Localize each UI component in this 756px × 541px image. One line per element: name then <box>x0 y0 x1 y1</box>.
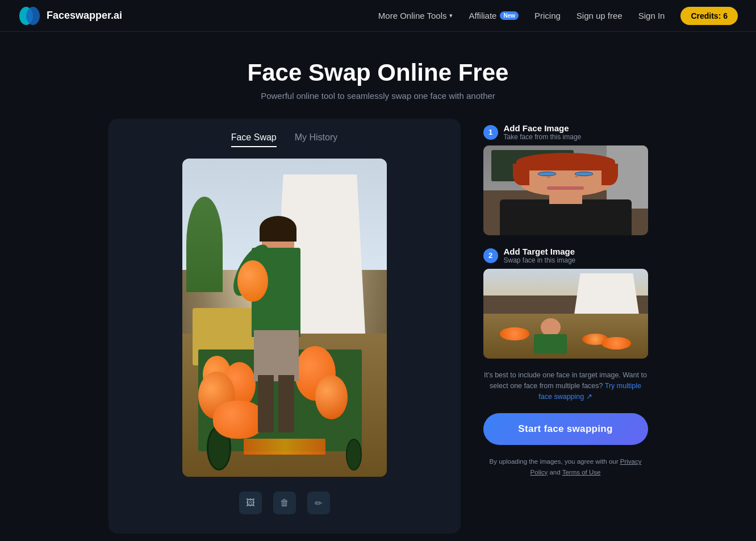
tab-face-swap[interactable]: Face Swap <box>231 132 277 147</box>
step-1-section: 1 Add Face Image Take face from this ima… <box>483 123 648 235</box>
terms-of-use-link[interactable]: Terms of Use <box>562 469 601 476</box>
face-hair-side-left <box>513 164 529 185</box>
face-body <box>500 199 632 235</box>
start-face-swapping-button[interactable]: Start face swapping <box>483 413 648 445</box>
freckle-2 <box>575 176 578 177</box>
tree-bg <box>186 197 223 292</box>
main-image-container <box>182 159 387 477</box>
page-subtitle: Powerful online tool to seamlessly swap … <box>0 91 756 101</box>
page-title: Face Swap Online Free <box>0 59 756 86</box>
person-hair <box>260 216 296 242</box>
face-image-box[interactable] <box>483 145 648 235</box>
target-preview <box>182 159 387 477</box>
main-content: Face Swap My History <box>0 119 756 534</box>
target-image-box[interactable] <box>483 269 648 359</box>
step-1-badge: 1 <box>483 125 498 140</box>
logo[interactable]: Faceswapper.ai <box>18 5 122 27</box>
step-2-section: 2 Add Target Image Swap face in this ima… <box>483 247 648 359</box>
more-tools-link[interactable]: More Online Tools ▾ <box>378 11 453 20</box>
face-hair <box>516 153 615 171</box>
target-person-body <box>534 334 567 354</box>
target-tent <box>574 273 640 318</box>
affiliate-link[interactable]: Affiliate New <box>469 11 518 20</box>
pricing-link[interactable]: Pricing <box>534 11 561 20</box>
person-leg-left <box>258 375 274 432</box>
target-image-preview <box>483 269 648 359</box>
step-2-title: Add Target Image <box>504 247 576 256</box>
trash-icon: 🗑 <box>280 498 289 508</box>
freckle-1 <box>547 177 550 178</box>
person-skirt <box>254 330 299 381</box>
brand-name: Faceswapper.ai <box>47 10 122 22</box>
face-hair-side-right <box>602 164 618 185</box>
upload-image-button[interactable]: 🖼 <box>239 492 262 514</box>
signin-link[interactable]: Sign In <box>638 11 665 20</box>
step-2-header: 2 Add Target Image Swap face in this ima… <box>483 247 648 264</box>
face-eye-right <box>575 172 593 176</box>
target-person-head <box>541 318 561 336</box>
hero-section: Face Swap Online Free Powerful online to… <box>0 32 756 119</box>
tab-bar: Face Swap My History <box>122 132 447 147</box>
edit-image-button[interactable]: ✏ <box>307 492 330 514</box>
image-icon: 🖼 <box>246 498 255 508</box>
tab-my-history[interactable]: My History <box>295 132 338 147</box>
navbar: Faceswapper.ai More Online Tools ▾ Affil… <box>0 0 756 32</box>
credits-button[interactable]: Credits: 6 <box>680 7 738 25</box>
face-image-preview <box>483 145 648 235</box>
pumpkin-held <box>237 260 268 302</box>
pumpkin-6 <box>213 401 264 439</box>
target-pumpkin-1 <box>500 327 529 341</box>
step-2-subtitle: Swap face in this image <box>504 256 576 264</box>
delete-image-button[interactable]: 🗑 <box>273 492 296 514</box>
pumpkin-5 <box>315 375 348 419</box>
terms-text: By uploading the images, you agree with … <box>483 456 648 477</box>
chevron-down-icon: ▾ <box>449 12 453 19</box>
face-lips <box>547 186 584 190</box>
decoration <box>244 439 325 455</box>
right-panel: 1 Add Face Image Take face from this ima… <box>483 119 648 534</box>
face-eye-left <box>538 172 556 176</box>
person-leg-right <box>278 375 295 432</box>
logo-icon <box>18 5 41 27</box>
step-1-subtitle: Take face from this image <box>504 133 582 141</box>
svg-point-1 <box>26 7 40 25</box>
left-panel: Face Swap My History <box>108 119 461 534</box>
new-badge: New <box>500 11 519 20</box>
nav-links: More Online Tools ▾ Affiliate New Pricin… <box>378 7 738 25</box>
step-1-title: Add Face Image <box>504 123 582 133</box>
wheel-right <box>346 439 362 471</box>
step-2-badge: 2 <box>483 248 498 263</box>
pencil-icon: ✏ <box>315 498 322 509</box>
signup-link[interactable]: Sign up free <box>577 11 623 20</box>
image-toolbar: 🖼 🗑 ✏ <box>239 486 330 520</box>
step-1-header: 1 Add Face Image Take face from this ima… <box>483 123 648 141</box>
hint-text: It's best to include one face in target … <box>483 370 648 402</box>
